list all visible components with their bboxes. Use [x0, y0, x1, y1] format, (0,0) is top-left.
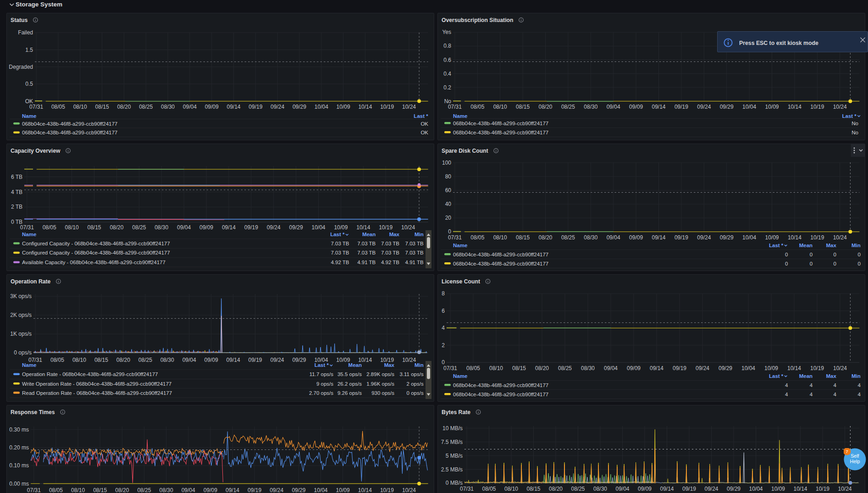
svg-text:10/14: 10/14 [788, 104, 802, 110]
svg-text:Last *: Last * [330, 232, 345, 237]
svg-text:0.20 ms: 0.20 ms [9, 444, 29, 451]
svg-text:1K ops/s: 1K ops/s [10, 331, 32, 337]
svg-text:068b04ce-438b-46f8-a299-ccb90f: 068b04ce-438b-46f8-a299-ccb90ff24177 [453, 392, 548, 397]
svg-text:Available Capacity - 068b04ce-: Available Capacity - 068b04ce-438b-46f8-… [22, 260, 166, 265]
svg-text:09/04: 09/04 [607, 234, 620, 241]
svg-text:09/29: 09/29 [292, 487, 305, 493]
svg-text:10/04: 10/04 [749, 486, 763, 492]
svg-text:6: 6 [442, 308, 445, 314]
svg-text:09/19: 09/19 [673, 365, 686, 371]
svg-text:08/15: 08/15 [94, 357, 108, 363]
svg-text:08/25: 08/25 [561, 104, 575, 110]
svg-text:08/10: 08/10 [71, 487, 85, 493]
svg-text:07/31: 07/31 [443, 365, 457, 371]
svg-text:09/29: 09/29 [720, 234, 734, 241]
svg-text:Spare Disk Count: Spare Disk Count [442, 148, 488, 154]
svg-text:OK: OK [420, 121, 428, 127]
svg-text:09/24: 09/24 [697, 104, 711, 110]
svg-text:09/04: 09/04 [607, 104, 620, 110]
svg-text:09/09: 09/09 [205, 357, 218, 363]
svg-text:10/04: 10/04 [311, 224, 325, 231]
svg-text:09/24: 09/24 [704, 486, 718, 492]
svg-text:10/19: 10/19 [810, 365, 824, 371]
svg-text:09/29: 09/29 [293, 104, 306, 110]
svg-text:0: 0 [833, 261, 836, 266]
svg-text:2.5 MB/s: 2.5 MB/s [441, 466, 463, 473]
svg-text:10/04: 10/04 [314, 487, 327, 493]
svg-text:08/05: 08/05 [482, 486, 496, 492]
svg-text:7: 7 [846, 449, 848, 454]
svg-text:08/20: 08/20 [538, 104, 552, 110]
svg-text:930 ops/s: 930 ops/s [371, 390, 394, 396]
svg-text:2.89K ops/s: 2.89K ops/s [366, 371, 394, 377]
svg-text:08/15: 08/15 [526, 486, 540, 492]
svg-text:OK: OK [420, 130, 428, 135]
svg-text:10/19: 10/19 [379, 224, 393, 231]
svg-text:0.5: 0.5 [25, 81, 33, 87]
svg-text:Capacity Overview: Capacity Overview [11, 148, 61, 154]
svg-text:1.5: 1.5 [25, 47, 33, 53]
svg-text:10/24: 10/24 [833, 234, 847, 241]
svg-text:Min: Min [415, 362, 424, 368]
svg-text:4.92 TB: 4.92 TB [331, 260, 349, 265]
svg-text:08/15: 08/15 [93, 487, 107, 493]
svg-text:09/24: 09/24 [271, 104, 284, 110]
svg-text:2K ops/s: 2K ops/s [10, 312, 32, 318]
svg-text:09/04: 09/04 [177, 224, 191, 231]
svg-text:Max: Max [826, 243, 837, 248]
svg-text:068b04ce-438b-46f8-a299-ccb90f: 068b04ce-438b-46f8-a299-ccb90ff24177 [22, 130, 117, 135]
svg-text:09/09: 09/09 [627, 365, 641, 371]
svg-text:0: 0 [785, 252, 788, 257]
svg-text:07/31: 07/31 [20, 224, 34, 231]
svg-text:07/31: 07/31 [29, 104, 43, 110]
svg-text:08/10: 08/10 [493, 104, 507, 110]
svg-text:7.03 TB: 7.03 TB [357, 250, 376, 255]
svg-text:09/09: 09/09 [205, 104, 219, 110]
svg-text:09/29: 09/29 [720, 104, 734, 110]
svg-text:Max: Max [389, 232, 400, 237]
svg-text:068b04ce-438b-46f8-a299-ccb90f: 068b04ce-438b-46f8-a299-ccb90ff24177 [453, 121, 548, 126]
svg-text:4: 4 [833, 382, 836, 388]
svg-text:Configured Capacity - 068b04ce: Configured Capacity - 068b04ce-438b-46f8… [22, 241, 170, 246]
svg-text:08/15: 08/15 [87, 224, 101, 231]
svg-text:35.5 ops/s: 35.5 ops/s [337, 371, 362, 377]
svg-text:Name: Name [22, 113, 36, 119]
svg-text:08/10: 08/10 [493, 234, 507, 241]
svg-text:10/09: 10/09 [771, 486, 785, 492]
svg-text:Degraded: Degraded [9, 64, 33, 70]
svg-text:7.5 MB/s: 7.5 MB/s [441, 439, 463, 445]
svg-text:08/30: 08/30 [593, 486, 607, 492]
svg-text:08/05: 08/05 [43, 224, 56, 231]
svg-text:10/14: 10/14 [793, 486, 807, 492]
svg-text:Failed: Failed [18, 29, 33, 36]
svg-text:09/14: 09/14 [227, 104, 240, 110]
svg-text:10/14: 10/14 [356, 224, 370, 231]
svg-text:20: 20 [445, 215, 452, 221]
svg-text:0: 0 [785, 261, 788, 266]
svg-text:7.03 TB: 7.03 TB [357, 241, 376, 246]
svg-text:1.96K ops/s: 1.96K ops/s [366, 381, 394, 387]
svg-text:09/24: 09/24 [270, 357, 284, 363]
svg-text:09/29: 09/29 [289, 224, 303, 231]
svg-text:068b04ce-438b-46f8-a299-ccb90f: 068b04ce-438b-46f8-a299-ccb90ff24177 [453, 252, 548, 257]
svg-text:7.03 TB: 7.03 TB [331, 250, 349, 255]
svg-text:08/10: 08/10 [73, 104, 87, 110]
svg-text:10/19: 10/19 [380, 104, 394, 110]
svg-text:Response Times: Response Times [11, 409, 55, 415]
svg-text:4 TB: 4 TB [11, 189, 22, 195]
svg-text:Min: Min [415, 232, 424, 237]
svg-text:Max: Max [384, 362, 395, 368]
svg-text:7.03 TB: 7.03 TB [381, 250, 399, 255]
svg-text:09/14: 09/14 [652, 234, 665, 241]
svg-text:08/30: 08/30 [160, 357, 174, 363]
svg-text:08/20: 08/20 [535, 365, 549, 371]
svg-text:Last *: Last * [769, 243, 784, 248]
svg-text:09/24: 09/24 [267, 224, 281, 231]
svg-text:09/19: 09/19 [248, 357, 262, 363]
svg-text:09/14: 09/14 [652, 104, 665, 110]
svg-text:09/14: 09/14 [222, 224, 236, 231]
svg-text:08/30: 08/30 [161, 104, 175, 110]
svg-text:10/04: 10/04 [315, 104, 328, 110]
svg-text:09/19: 09/19 [244, 224, 258, 231]
svg-text:4: 4 [785, 392, 788, 397]
